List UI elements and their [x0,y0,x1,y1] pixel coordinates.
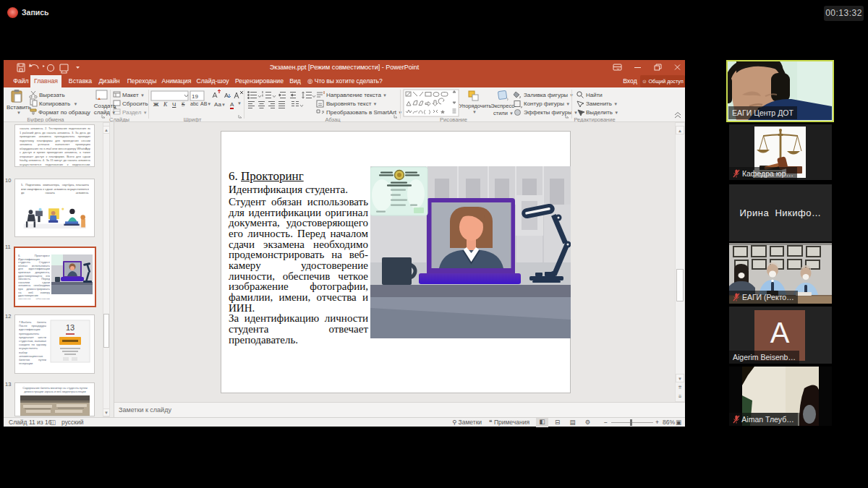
svg-text:13: 13 [66,323,75,332]
